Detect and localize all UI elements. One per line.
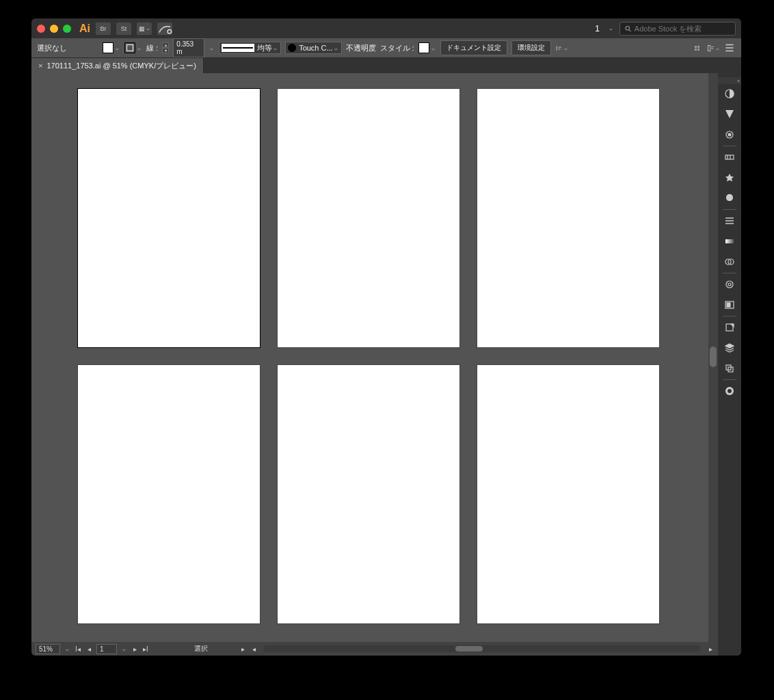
stroke-panel-icon[interactable] (723, 214, 736, 228)
stock-search[interactable] (619, 22, 736, 36)
menu-icon[interactable] (723, 42, 736, 54)
gradient-panel-icon[interactable] (723, 234, 736, 248)
maximize-window-button[interactable] (63, 25, 71, 33)
svg-point-10 (726, 281, 733, 288)
last-artboard-button[interactable]: ▸I (142, 645, 149, 653)
symbols-panel-icon[interactable] (723, 171, 736, 185)
align-panel-icon[interactable] (723, 298, 736, 312)
gpu-icon[interactable] (157, 23, 172, 35)
artboard-2[interactable] (278, 89, 459, 347)
zoom-dropdown-icon[interactable]: ⌵ (64, 646, 70, 652)
tab-filename: 170111_1753.ai @ 51% (CMYK/プレビュー) (46, 61, 196, 71)
zoom-field[interactable]: 51% (36, 644, 60, 654)
stroke-label: 線 : (146, 43, 158, 53)
graphic-styles-panel-icon[interactable] (723, 191, 736, 205)
close-tab-icon[interactable]: × (38, 62, 42, 70)
color-panel-icon[interactable] (723, 87, 736, 100)
svg-point-0 (168, 29, 172, 33)
svg-rect-6 (725, 155, 734, 159)
align-icon[interactable] (555, 42, 568, 54)
artboards-panel-icon[interactable] (723, 362, 736, 375)
libraries-panel-icon[interactable] (723, 321, 736, 334)
fill-swatch[interactable]: ⌵ (103, 42, 120, 53)
svg-point-18 (728, 389, 732, 393)
vertical-scroll-thumb[interactable] (710, 347, 717, 367)
app-window: Ai Br St ▦ 1 ⌵ 選択なし ⌵ ⌵ 線 : ▴▾ 0.353 m ⌵… (31, 18, 741, 656)
stroke-weight-field[interactable]: 0.353 m (173, 38, 204, 57)
minimize-window-button[interactable] (50, 25, 58, 33)
appearance-panel-icon[interactable] (723, 278, 736, 291)
bridge-icon[interactable]: Br (96, 23, 111, 35)
arrange-icon[interactable] (707, 42, 719, 54)
artboard-number-field[interactable]: 1 (96, 644, 117, 654)
document-tab[interactable]: × 170111_1753.ai @ 51% (CMYK/プレビュー) (31, 58, 204, 73)
opacity-label: 不透明度 (346, 43, 376, 53)
status-flyout-icon[interactable]: ▸ (239, 645, 246, 653)
stock-icon[interactable]: St (116, 23, 131, 35)
artboard-4[interactable] (78, 365, 260, 623)
color-guide-panel-icon[interactable] (723, 107, 736, 121)
transparency-panel-icon[interactable] (723, 255, 736, 269)
workspace-number: 1 (595, 24, 600, 33)
vertical-scrollbar[interactable] (708, 73, 718, 642)
hscroll-left-icon[interactable]: ◂ (250, 645, 257, 653)
workspace-dropdown-icon[interactable]: ⌵ (608, 25, 614, 31)
svg-rect-13 (727, 303, 730, 307)
stroke-weight-dropdown[interactable]: ⌵ (209, 45, 215, 51)
search-icon (624, 25, 632, 33)
horizontal-scroll-thumb[interactable] (455, 646, 483, 651)
transform-icon[interactable] (691, 42, 703, 54)
artboard-1[interactable] (78, 89, 260, 347)
next-artboard-button[interactable]: ▸ (131, 645, 138, 653)
svg-rect-2 (708, 45, 710, 51)
selection-label: 選択なし (37, 43, 67, 53)
hscroll-right-icon[interactable]: ▸ (707, 645, 714, 653)
stroke-swatch[interactable]: ⌵ (124, 42, 142, 53)
artboards-grid (78, 89, 659, 623)
style-swatch[interactable]: ⌵ (418, 42, 436, 53)
artboard-dropdown-icon[interactable]: ⌵ (121, 646, 127, 652)
artboard-6[interactable] (477, 365, 659, 623)
document-setup-button[interactable]: ドキュメント設定 (440, 40, 507, 55)
swatches-panel-icon[interactable] (723, 128, 736, 142)
options-bar: 選択なし ⌵ ⌵ 線 : ▴▾ 0.353 m ⌵ 均等 ⌵ Touch C..… (31, 38, 741, 58)
titlebar: Ai Br St ▦ 1 ⌵ (31, 18, 741, 38)
stock-search-input[interactable] (635, 25, 731, 33)
canvas-wrap: 51% ⌵ I◂ ◂ 1 ⌵ ▸ ▸I 選択 ▸ ◂ ▸ (31, 73, 718, 656)
document-tabs: × 170111_1753.ai @ 51% (CMYK/プレビュー) (31, 58, 741, 73)
main-area: 51% ⌵ I◂ ◂ 1 ⌵ ▸ ▸I 選択 ▸ ◂ ▸ (31, 73, 741, 656)
app-logo: Ai (79, 23, 90, 35)
panel-collapse-handle[interactable] (718, 77, 741, 84)
preferences-button[interactable]: 環境設定 (511, 40, 551, 55)
horizontal-scrollbar[interactable] (264, 645, 700, 652)
first-artboard-button[interactable]: I◂ (75, 645, 81, 653)
prev-artboard-button[interactable]: ◂ (85, 645, 92, 653)
style-label: スタイル : (380, 43, 414, 53)
artboard-5[interactable] (278, 365, 459, 623)
window-controls (37, 25, 71, 33)
svg-point-1 (626, 26, 629, 29)
svg-rect-7 (725, 239, 734, 243)
stroke-stepper[interactable]: ▴▾ (162, 42, 169, 53)
arrange-documents-icon[interactable]: ▦ (137, 23, 152, 35)
canvas[interactable] (31, 73, 708, 642)
svg-point-11 (728, 283, 731, 286)
brushes-panel-icon[interactable] (723, 150, 736, 164)
brush-dropdown[interactable]: Touch C... ⌵ (285, 42, 342, 54)
layers-panel-icon[interactable] (723, 341, 736, 355)
close-window-button[interactable] (37, 25, 45, 33)
status-bar: 51% ⌵ I◂ ◂ 1 ⌵ ▸ ▸I 選択 ▸ ◂ ▸ (31, 642, 718, 656)
right-panel-dock (718, 73, 741, 656)
cc-libraries-icon[interactable] (723, 384, 736, 398)
current-tool-label: 選択 (194, 644, 208, 654)
artboard-3[interactable] (477, 89, 659, 347)
stroke-profile-dropdown[interactable]: 均等 ⌵ (219, 42, 281, 54)
svg-point-5 (728, 133, 731, 136)
